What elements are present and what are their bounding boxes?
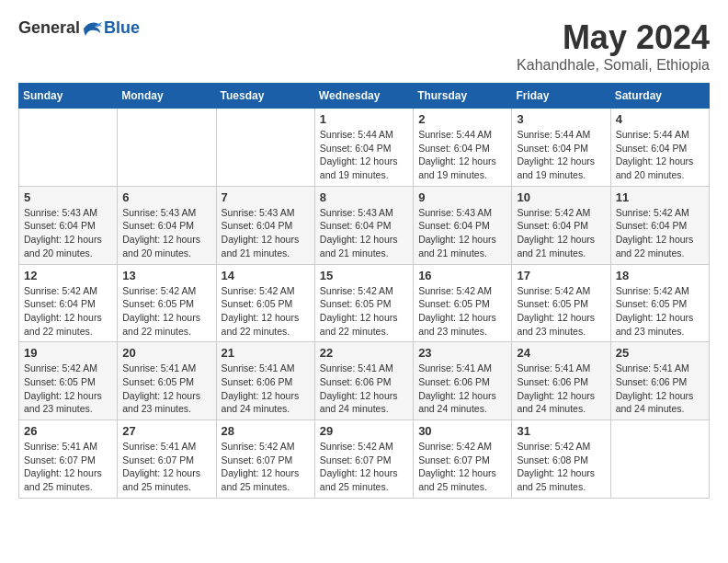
calendar-cell: 4Sunrise: 5:44 AM Sunset: 6:04 PM Daylig…: [610, 109, 709, 187]
calendar-cell: 31Sunrise: 5:42 AM Sunset: 6:08 PM Dayli…: [512, 420, 610, 499]
cell-content: Sunrise: 5:42 AM Sunset: 6:05 PM Dayligh…: [222, 284, 310, 339]
cell-content: Sunrise: 5:41 AM Sunset: 6:07 PM Dayligh…: [122, 440, 210, 494]
day-number: 24: [517, 346, 605, 360]
calendar-cell: 29Sunrise: 5:42 AM Sunset: 6:07 PM Dayli…: [314, 420, 413, 499]
day-number: 22: [320, 346, 408, 360]
day-number: 2: [418, 112, 506, 126]
calendar-cell: 12Sunrise: 5:42 AM Sunset: 6:04 PM Dayli…: [19, 264, 118, 342]
day-header-saturday: Saturday: [610, 84, 709, 109]
day-number: 27: [122, 424, 210, 438]
day-number: 21: [222, 346, 310, 360]
calendar-cell: [216, 109, 314, 187]
day-number: 7: [222, 190, 310, 204]
day-number: 10: [517, 190, 605, 204]
calendar-cell: 16Sunrise: 5:42 AM Sunset: 6:05 PM Dayli…: [414, 264, 512, 342]
day-number: 30: [418, 424, 506, 438]
calendar-cell: 18Sunrise: 5:42 AM Sunset: 6:05 PM Dayli…: [610, 264, 709, 342]
calendar-cell: 9Sunrise: 5:43 AM Sunset: 6:04 PM Daylig…: [414, 186, 512, 264]
cell-content: Sunrise: 5:44 AM Sunset: 6:04 PM Dayligh…: [418, 128, 506, 182]
cell-content: Sunrise: 5:41 AM Sunset: 6:06 PM Dayligh…: [616, 362, 704, 416]
day-number: 25: [616, 346, 704, 360]
day-number: 14: [222, 269, 310, 282]
cell-content: Sunrise: 5:42 AM Sunset: 6:05 PM Dayligh…: [24, 362, 112, 416]
calendar-cell: 11Sunrise: 5:42 AM Sunset: 6:04 PM Dayli…: [610, 186, 709, 264]
cell-content: Sunrise: 5:42 AM Sunset: 6:07 PM Dayligh…: [418, 440, 506, 494]
calendar-week-5: 26Sunrise: 5:41 AM Sunset: 6:07 PM Dayli…: [19, 420, 710, 499]
calendar-cell: 24Sunrise: 5:41 AM Sunset: 6:06 PM Dayli…: [512, 342, 610, 420]
day-number: 3: [517, 112, 605, 126]
calendar-cell: [118, 109, 216, 187]
day-header-tuesday: Tuesday: [216, 84, 314, 109]
calendar-cell: [610, 420, 709, 499]
calendar-cell: 28Sunrise: 5:42 AM Sunset: 6:07 PM Dayli…: [216, 420, 314, 499]
cell-content: Sunrise: 5:41 AM Sunset: 6:06 PM Dayligh…: [517, 362, 605, 416]
day-number: 17: [517, 269, 605, 282]
calendar-cell: 3Sunrise: 5:44 AM Sunset: 6:04 PM Daylig…: [512, 109, 610, 187]
logo-blue-text: Blue: [104, 18, 140, 38]
calendar-week-1: 1Sunrise: 5:44 AM Sunset: 6:04 PM Daylig…: [19, 109, 710, 187]
page-header: General Blue May 2024 Kahandhale, Somali…: [18, 18, 710, 74]
calendar-cell: 25Sunrise: 5:41 AM Sunset: 6:06 PM Dayli…: [610, 342, 709, 420]
day-number: 29: [320, 424, 408, 438]
day-number: 31: [517, 424, 605, 438]
day-number: 15: [320, 269, 408, 282]
calendar-cell: 7Sunrise: 5:43 AM Sunset: 6:04 PM Daylig…: [216, 186, 314, 264]
calendar-cell: 8Sunrise: 5:43 AM Sunset: 6:04 PM Daylig…: [314, 186, 413, 264]
title-section: May 2024 Kahandhale, Somali, Ethiopia: [517, 18, 710, 74]
calendar-cell: 15Sunrise: 5:42 AM Sunset: 6:05 PM Dayli…: [314, 264, 413, 342]
calendar-cell: 5Sunrise: 5:43 AM Sunset: 6:04 PM Daylig…: [19, 186, 118, 264]
day-header-sunday: Sunday: [19, 84, 118, 109]
calendar-cell: [19, 109, 118, 187]
calendar-cell: 10Sunrise: 5:42 AM Sunset: 6:04 PM Dayli…: [512, 186, 610, 264]
calendar-cell: 22Sunrise: 5:41 AM Sunset: 6:06 PM Dayli…: [314, 342, 413, 420]
calendar-week-3: 12Sunrise: 5:42 AM Sunset: 6:04 PM Dayli…: [19, 264, 710, 342]
cell-content: Sunrise: 5:42 AM Sunset: 6:08 PM Dayligh…: [517, 440, 605, 494]
cell-content: Sunrise: 5:43 AM Sunset: 6:04 PM Dayligh…: [418, 206, 506, 260]
calendar-week-4: 19Sunrise: 5:42 AM Sunset: 6:05 PM Dayli…: [19, 342, 710, 420]
calendar-cell: 6Sunrise: 5:43 AM Sunset: 6:04 PM Daylig…: [118, 186, 216, 264]
logo: General Blue: [18, 18, 140, 38]
calendar-week-2: 5Sunrise: 5:43 AM Sunset: 6:04 PM Daylig…: [19, 186, 710, 264]
day-number: 1: [320, 112, 408, 126]
cell-content: Sunrise: 5:42 AM Sunset: 6:05 PM Dayligh…: [616, 284, 704, 339]
cell-content: Sunrise: 5:42 AM Sunset: 6:07 PM Dayligh…: [222, 440, 310, 494]
calendar-table: SundayMondayTuesdayWednesdayThursdayFrid…: [18, 83, 710, 499]
day-number: 28: [222, 424, 310, 438]
cell-content: Sunrise: 5:42 AM Sunset: 6:04 PM Dayligh…: [24, 284, 112, 339]
day-number: 11: [616, 190, 704, 204]
day-header-monday: Monday: [118, 84, 216, 109]
logo-bird-icon: [82, 19, 104, 38]
cell-content: Sunrise: 5:42 AM Sunset: 6:04 PM Dayligh…: [616, 206, 704, 260]
month-title: May 2024: [517, 18, 710, 57]
day-number: 16: [418, 269, 506, 282]
day-number: 26: [24, 424, 112, 438]
day-number: 23: [418, 346, 506, 360]
calendar-cell: 2Sunrise: 5:44 AM Sunset: 6:04 PM Daylig…: [414, 109, 512, 187]
location-text: Kahandhale, Somali, Ethiopia: [517, 57, 710, 74]
calendar-cell: 1Sunrise: 5:44 AM Sunset: 6:04 PM Daylig…: [314, 109, 413, 187]
calendar-cell: 30Sunrise: 5:42 AM Sunset: 6:07 PM Dayli…: [414, 420, 512, 499]
cell-content: Sunrise: 5:44 AM Sunset: 6:04 PM Dayligh…: [616, 128, 704, 182]
day-number: 6: [122, 190, 210, 204]
cell-content: Sunrise: 5:43 AM Sunset: 6:04 PM Dayligh…: [222, 206, 310, 260]
day-number: 8: [320, 190, 408, 204]
cell-content: Sunrise: 5:42 AM Sunset: 6:05 PM Dayligh…: [418, 284, 506, 339]
day-number: 19: [24, 346, 112, 360]
day-header-friday: Friday: [512, 84, 610, 109]
calendar-cell: 21Sunrise: 5:41 AM Sunset: 6:06 PM Dayli…: [216, 342, 314, 420]
cell-content: Sunrise: 5:41 AM Sunset: 6:06 PM Dayligh…: [222, 362, 310, 416]
day-number: 4: [616, 112, 704, 126]
logo-general-text: General: [18, 18, 80, 38]
day-header-thursday: Thursday: [414, 84, 512, 109]
calendar-header-row: SundayMondayTuesdayWednesdayThursdayFrid…: [19, 84, 710, 109]
cell-content: Sunrise: 5:44 AM Sunset: 6:04 PM Dayligh…: [517, 128, 605, 182]
cell-content: Sunrise: 5:42 AM Sunset: 6:05 PM Dayligh…: [122, 284, 210, 339]
cell-content: Sunrise: 5:42 AM Sunset: 6:05 PM Dayligh…: [517, 284, 605, 339]
calendar-cell: 26Sunrise: 5:41 AM Sunset: 6:07 PM Dayli…: [19, 420, 118, 499]
day-number: 20: [122, 346, 210, 360]
day-number: 9: [418, 190, 506, 204]
cell-content: Sunrise: 5:42 AM Sunset: 6:05 PM Dayligh…: [320, 284, 408, 339]
calendar-cell: 20Sunrise: 5:41 AM Sunset: 6:05 PM Dayli…: [118, 342, 216, 420]
cell-content: Sunrise: 5:41 AM Sunset: 6:06 PM Dayligh…: [320, 362, 408, 416]
day-header-wednesday: Wednesday: [314, 84, 413, 109]
